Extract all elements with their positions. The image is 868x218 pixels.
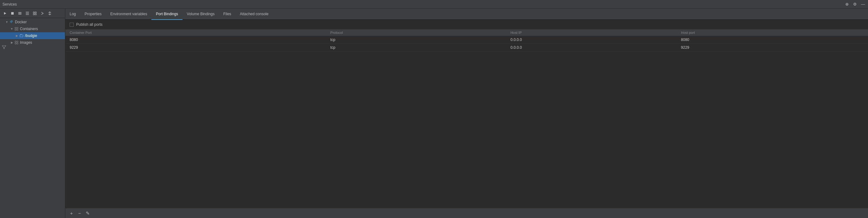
add-service-btn[interactable]: ⊕ (844, 2, 849, 7)
docker-arrow: ▼ (5, 20, 9, 24)
sidebar-toolbar (0, 9, 65, 18)
tab-properties[interactable]: Properties (80, 9, 106, 20)
tab-files[interactable]: Files (219, 9, 235, 20)
containers-arrow: ▼ (10, 27, 14, 31)
containers-icon (14, 27, 19, 31)
svg-rect-26 (17, 41, 18, 42)
play-button[interactable] (2, 10, 8, 16)
svg-rect-19 (15, 27, 16, 29)
right-panel: Log Properties Environment variables Por… (65, 9, 868, 218)
group-by-button[interactable] (32, 10, 38, 16)
col-host-ip: Host IP (506, 30, 677, 36)
budgie-arrow: ▶ (15, 34, 19, 38)
tabs-bar: Log Properties Environment variables Por… (65, 9, 868, 20)
svg-rect-27 (15, 43, 16, 44)
title-text: Services (2, 2, 17, 6)
docker-icon (9, 20, 14, 24)
svg-rect-17 (12, 21, 12, 21)
panel-content: Publish all ports Container Port Protoco… (65, 20, 868, 218)
sidebar: ▼ Docker ▼ (0, 9, 65, 218)
col-host-port: Host port (677, 30, 868, 36)
svg-marker-29 (2, 46, 6, 49)
cell-container-port: 9229 (65, 44, 326, 51)
cell-host-ip: 0.0.0.0 (506, 36, 677, 44)
tab-environment[interactable]: Environment variables (106, 9, 152, 20)
tree-item-docker[interactable]: ▼ Docker (0, 19, 65, 26)
svg-rect-22 (17, 29, 18, 30)
collapse-all-button[interactable] (17, 10, 23, 16)
svg-rect-14 (11, 22, 11, 22)
svg-rect-9 (35, 12, 36, 13)
tab-port-bindings[interactable]: Port Bindings (151, 9, 182, 20)
filter-icon[interactable] (2, 45, 6, 50)
cell-host-ip: 0.0.0.0 (506, 44, 677, 51)
title-bar-left: Services (2, 2, 17, 6)
cell-container-port: 8080 (65, 36, 326, 44)
forward-button[interactable] (39, 10, 45, 16)
images-label: Images (20, 40, 32, 45)
cell-host-port: 9229 (677, 44, 868, 51)
table-row[interactable]: 9229 tcp 0.0.0.0 9229 (65, 44, 868, 51)
main-content: ▼ Docker ▼ (0, 9, 868, 218)
app-window: Services ⊕ ⚙ — (0, 0, 868, 218)
svg-rect-20 (17, 27, 18, 29)
budgie-label: /budgie (25, 34, 37, 38)
expand-button[interactable] (24, 10, 30, 16)
svg-rect-11 (35, 14, 36, 15)
images-icon (14, 40, 19, 45)
svg-rect-10 (33, 14, 34, 15)
table-header-row: Container Port Protocol Host IP Host por… (65, 30, 868, 36)
svg-rect-15 (12, 22, 12, 22)
tree-item-budgie[interactable]: ▶ /budgie (0, 32, 65, 39)
tab-log[interactable]: Log (65, 9, 80, 20)
col-container-port: Container Port (65, 30, 326, 36)
svg-rect-8 (33, 12, 34, 13)
tree-item-images[interactable]: ▶ Images (0, 39, 65, 46)
bottom-toolbar: + − ✎ (65, 208, 868, 218)
svg-marker-0 (4, 12, 6, 14)
add-port-button[interactable]: + (68, 210, 74, 216)
publish-row: Publish all ports (65, 20, 868, 30)
publish-all-ports-checkbox[interactable] (70, 23, 74, 27)
tab-volume-bindings[interactable]: Volume Bindings (183, 9, 219, 20)
title-bar-right: ⊕ ⚙ — (844, 2, 866, 7)
cell-protocol: tcp (326, 44, 506, 51)
port-table: Container Port Protocol Host IP Host por… (65, 30, 868, 51)
remove-port-button[interactable]: − (76, 210, 83, 216)
budgie-icon (19, 34, 24, 38)
edit-port-button[interactable]: ✎ (85, 210, 91, 216)
settings-btn[interactable]: ⚙ (852, 2, 858, 7)
split-button[interactable] (46, 10, 53, 16)
svg-rect-21 (15, 29, 16, 30)
table-row[interactable]: 8080 tcp 0.0.0.0 8080 (65, 36, 868, 44)
svg-rect-16 (11, 21, 11, 21)
title-bar: Services ⊕ ⚙ — (0, 0, 868, 9)
svg-rect-23 (20, 35, 23, 37)
docker-label: Docker (15, 20, 27, 24)
port-table-body: 8080 tcp 0.0.0.0 8080 9229 tcp 0.0.0.0 9… (65, 36, 868, 51)
port-table-container: Container Port Protocol Host IP Host por… (65, 30, 868, 208)
stop-button[interactable] (9, 10, 16, 16)
tab-attached-console[interactable]: Attached console (236, 9, 273, 20)
svg-rect-28 (17, 43, 18, 44)
svg-rect-25 (15, 41, 16, 42)
cell-protocol: tcp (326, 36, 506, 44)
svg-rect-18 (11, 22, 11, 23)
cell-host-port: 8080 (677, 36, 868, 44)
minimize-btn[interactable]: — (861, 2, 866, 7)
svg-rect-1 (11, 12, 14, 14)
tree-item-containers[interactable]: ▼ Containers (0, 26, 65, 32)
col-protocol: Protocol (326, 30, 506, 36)
svg-rect-13 (10, 22, 10, 22)
containers-label: Containers (20, 27, 38, 31)
svg-rect-24 (21, 34, 22, 35)
sidebar-tree: ▼ Docker ▼ (0, 18, 65, 218)
images-arrow: ▶ (10, 41, 14, 44)
publish-all-ports-label: Publish all ports (76, 22, 102, 27)
